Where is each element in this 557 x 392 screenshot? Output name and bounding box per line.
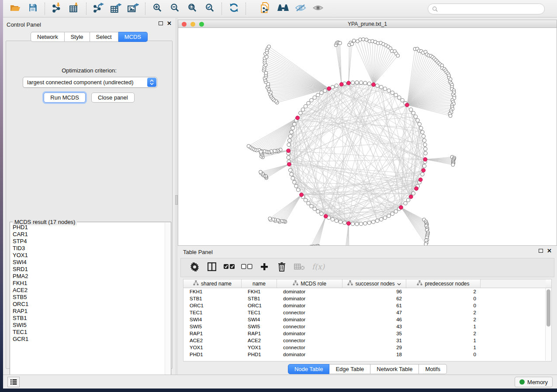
tab-network-table[interactable]: Network Table <box>370 364 419 374</box>
mcds-result-item[interactable]: GCR1 <box>10 336 165 343</box>
cell-successor-nodes[interactable]: 35 <box>343 330 406 337</box>
mcds-result-item[interactable]: RAP1 <box>10 308 165 315</box>
split-columns-button[interactable] <box>206 261 218 274</box>
mcds-result-item[interactable]: TEC1 <box>10 329 165 336</box>
zoom-in-button[interactable] <box>149 1 166 16</box>
tab-motifs[interactable]: Motifs <box>419 364 447 374</box>
cell-name[interactable]: RAP1 <box>242 330 277 337</box>
cell-name[interactable]: FKH1 <box>242 288 277 295</box>
column-header-predecessor-nodes[interactable]: predecessor nodes <box>406 279 481 288</box>
cell-predecessor-nodes[interactable]: 2 <box>406 288 481 295</box>
table-row[interactable]: STB1STB1dominator620 <box>183 295 546 302</box>
cell-name[interactable]: TEC1 <box>242 309 277 316</box>
mcds-result-item[interactable]: SWI4 <box>10 259 165 266</box>
tab-mcds[interactable]: MCDS <box>118 32 148 42</box>
mcds-result-item[interactable]: STP4 <box>10 238 165 245</box>
cell-shared-name[interactable]: YOX1 <box>183 344 242 351</box>
float-panel-icon[interactable] <box>159 21 163 25</box>
cell-shared-name[interactable]: ACE2 <box>183 337 242 344</box>
memory-button[interactable]: Memory <box>515 377 553 387</box>
cell-predecessor-nodes[interactable]: 0 <box>406 295 481 302</box>
cell-predecessor-nodes[interactable]: 2 <box>406 309 481 316</box>
cell-predecessor-nodes[interactable]: 1 <box>406 323 481 330</box>
cell-MCDS-role[interactable]: connector <box>277 323 343 330</box>
cell-shared-name[interactable]: TEC1 <box>183 309 242 316</box>
mcds-result-item[interactable]: ACE2 <box>10 287 165 294</box>
column-header-shared-name[interactable]: shared name <box>183 279 242 288</box>
table-row[interactable]: RAP1RAP1dominator352 <box>183 330 546 337</box>
column-header-successor-nodes[interactable]: successor nodes <box>343 279 406 288</box>
cell-MCDS-role[interactable]: connector <box>277 344 343 351</box>
cell-predecessor-nodes[interactable]: 0 <box>406 351 481 358</box>
open-file-button[interactable] <box>7 1 24 16</box>
cell-successor-nodes[interactable]: 96 <box>343 288 406 295</box>
export-image-button[interactable] <box>125 1 142 16</box>
table-row[interactable]: FKH1FKH1dominator962 <box>183 288 546 295</box>
network-titlebar[interactable]: YPA_prune.txt_1 <box>178 20 557 28</box>
mcds-list-scrollbar[interactable] <box>165 223 170 384</box>
cell-name[interactable]: ACE2 <box>242 337 277 344</box>
cell-predecessor-nodes[interactable]: 2 <box>406 330 481 337</box>
mcds-result-item[interactable]: ORC1 <box>10 301 165 308</box>
mcds-result-item[interactable]: SRD1 <box>10 266 165 273</box>
tab-select[interactable]: Select <box>90 32 118 42</box>
cell-successor-nodes[interactable]: 18 <box>343 351 406 358</box>
column-header-MCDS-role[interactable]: MCDS role <box>277 279 343 288</box>
cell-shared-name[interactable]: SWI5 <box>183 323 242 330</box>
cell-name[interactable]: ORC1 <box>242 302 277 309</box>
cell-MCDS-role[interactable]: connector <box>277 309 343 316</box>
cell-shared-name[interactable]: ORC1 <box>183 302 242 309</box>
table-row[interactable]: YOX1YOX1connector291 <box>183 344 546 351</box>
zoom-selected-button[interactable] <box>201 1 218 16</box>
duplicate-network-button[interactable] <box>257 1 274 16</box>
mcds-result-item[interactable]: CAR1 <box>10 231 165 238</box>
column-header-name[interactable]: name <box>242 279 277 288</box>
network-graph-canvas[interactable] <box>178 28 557 245</box>
table-row[interactable]: SWI5SWI5connector431 <box>183 323 546 330</box>
refresh-button[interactable] <box>225 1 242 16</box>
close-table-panel-icon[interactable]: ✕ <box>547 249 552 253</box>
delete-column-button[interactable] <box>276 261 287 274</box>
gear-button[interactable] <box>189 261 200 274</box>
zoom-fit-button[interactable] <box>183 1 201 16</box>
mcds-result-item[interactable]: FKH1 <box>10 280 165 287</box>
save-session-button[interactable] <box>24 1 42 16</box>
mcds-result-list[interactable]: PHD1CAR1STP4TID3YOX1SWI4SRD1PMA2FKH1ACE2… <box>10 224 165 381</box>
mcds-result-item[interactable]: PMA2 <box>10 273 165 280</box>
cell-name[interactable]: SWI5 <box>242 323 277 330</box>
zoom-out-button[interactable] <box>166 1 183 16</box>
cell-MCDS-role[interactable]: dominator <box>277 295 343 302</box>
deselect-all-button[interactable] <box>241 261 253 274</box>
mcds-result-item[interactable]: SWI5 <box>10 322 165 329</box>
cell-MCDS-role[interactable]: dominator <box>277 316 343 323</box>
cell-name[interactable]: PHD1 <box>242 351 277 358</box>
import-table-button[interactable] <box>66 1 83 16</box>
cell-predecessor-nodes[interactable]: 0 <box>406 302 481 309</box>
cell-successor-nodes[interactable]: 31 <box>343 337 406 344</box>
add-column-button[interactable] <box>259 261 270 274</box>
panel-list-button[interactable] <box>7 377 20 387</box>
tab-style[interactable]: Style <box>65 32 90 42</box>
cell-predecessor-nodes[interactable]: 1 <box>406 344 481 351</box>
cell-successor-nodes[interactable]: 47 <box>343 309 406 316</box>
cell-shared-name[interactable]: FKH1 <box>183 288 242 295</box>
cell-successor-nodes[interactable]: 29 <box>343 344 406 351</box>
cell-MCDS-role[interactable]: connector <box>277 337 343 344</box>
table-scrollbar-thumb[interactable] <box>547 289 550 327</box>
cell-successor-nodes[interactable]: 62 <box>343 295 406 302</box>
export-table-button[interactable] <box>107 1 125 16</box>
table-row[interactable]: SWI4SWI4dominator462 <box>183 316 546 323</box>
table-scrollbar[interactable] <box>545 288 551 361</box>
cell-shared-name[interactable]: STB1 <box>183 295 242 302</box>
cell-shared-name[interactable]: RAP1 <box>183 330 242 337</box>
cell-MCDS-role[interactable]: dominator <box>277 330 343 337</box>
cell-predecessor-nodes[interactable]: 1 <box>406 337 481 344</box>
tab-node-table[interactable]: Node Table <box>288 364 330 374</box>
mcds-result-item[interactable]: PHD1 <box>10 224 165 231</box>
export-network-button[interactable] <box>90 1 107 16</box>
hide-selected-button[interactable] <box>292 1 309 16</box>
search-input[interactable] <box>438 5 544 14</box>
mcds-result-item[interactable]: STB1 <box>10 315 165 322</box>
criterion-dropdown[interactable]: largest connected component (undirected) <box>23 77 157 88</box>
close-panel-icon[interactable]: ✕ <box>167 21 172 25</box>
